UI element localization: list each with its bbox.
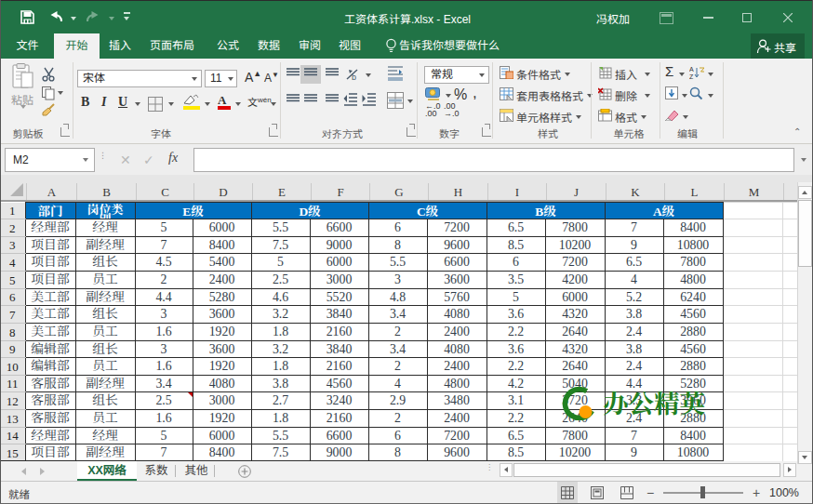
svg-text:A: A [689, 66, 694, 73]
svg-text:b: b [352, 73, 356, 82]
svg-text:Z: Z [689, 73, 694, 80]
svg-text:办公精英: 办公精英 [603, 383, 705, 420]
